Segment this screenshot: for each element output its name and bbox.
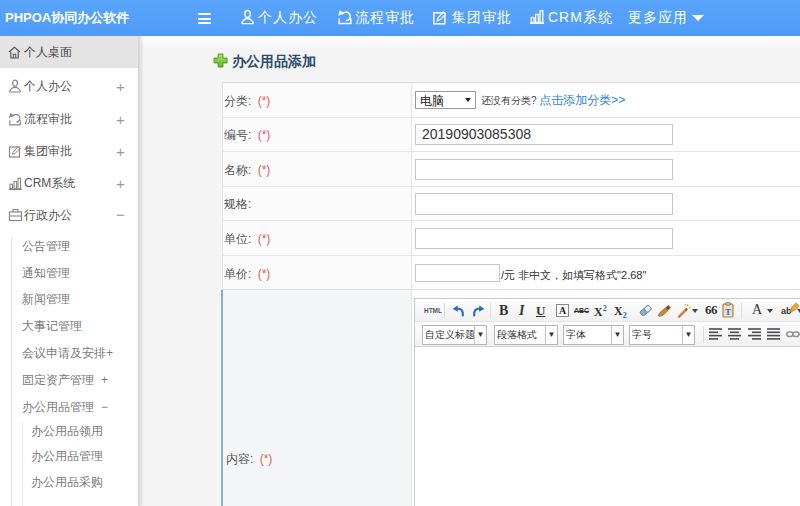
svg-text:T: T (725, 307, 731, 317)
